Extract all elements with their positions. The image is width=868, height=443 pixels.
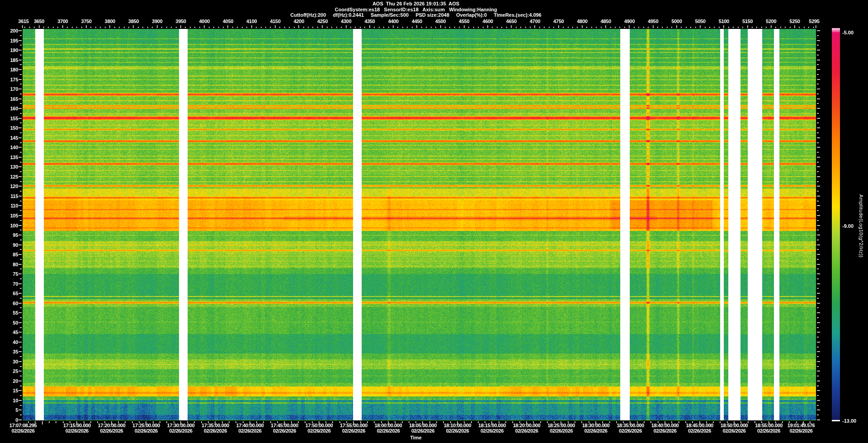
time-tick-label: 18:40:00.00002/26/2026 (651, 423, 679, 434)
header-sensor-params: CoordSystem:es18 SensorID:es18 Axis:sum … (0, 7, 832, 12)
freq-tick-label: 20 (0, 378, 18, 384)
time-tick-time: 17:45:00.000 (271, 423, 298, 428)
time-tick-date: 02/26/2026 (788, 428, 815, 434)
time-tick-label: 18:20:00.00002/26/2026 (513, 423, 541, 434)
freq-tick-label: 165 (0, 96, 18, 102)
freq-tick-label: 65 (0, 291, 18, 296)
top-axis-tick-label: 4100 (246, 19, 257, 24)
top-axis-tick-label: 4500 (435, 19, 446, 24)
time-tick-date: 02/26/2026 (513, 428, 541, 434)
time-tick-date: 02/26/2026 (651, 428, 679, 434)
time-tick-date: 02/26/2026 (340, 428, 368, 434)
freq-tick-label: 95 (0, 232, 18, 238)
time-tick-time: 17:25:00.000 (132, 423, 160, 428)
top-axis-tick-label: 3900 (152, 19, 162, 24)
top-axis-tick-label: 3700 (57, 19, 68, 24)
freq-tick-label: 15 (0, 388, 18, 393)
time-tick-label: 18:35:00.00002/26/2026 (617, 423, 644, 434)
freq-tick-label: 105 (0, 213, 18, 218)
time-tick-date: 02/26/2026 (236, 428, 264, 434)
time-tick-date: 02/26/2026 (63, 428, 91, 434)
freq-tick-label: 155 (0, 116, 18, 121)
top-axis-tick-label: 4650 (506, 19, 517, 24)
freq-tick-label: 70 (0, 281, 18, 287)
freq-tick-label: 185 (0, 57, 18, 63)
time-tick-label: 18:10:00.00002/26/2026 (444, 423, 472, 434)
freq-tick-label: 5 (0, 407, 18, 413)
top-axis-tick-label: 5200 (766, 19, 776, 24)
top-axis-tick-label: 3800 (105, 19, 115, 24)
time-tick-time: 17:40:00.000 (236, 423, 264, 428)
time-tick-label: 17:07:08.29502/26/2026 (9, 423, 37, 434)
freq-tick-label: 180 (0, 67, 18, 72)
freq-tick-label: 140 (0, 145, 18, 150)
top-axis-tick-label: 3650 (34, 19, 44, 24)
header-title: AOS Thu 26 Feb 2026 19:01:35 AOS (0, 1, 832, 6)
top-axis-tick-label: 3750 (81, 19, 91, 24)
time-tick-date: 02/26/2026 (98, 428, 125, 434)
time-tick-time: 17:35:00.000 (202, 423, 229, 428)
top-axis-tick-label: 4150 (270, 19, 280, 24)
freq-tick-label: 115 (0, 193, 18, 199)
time-tick-label: 18:50:00.00002/26/2026 (721, 423, 748, 434)
top-axis-tick-label: 4000 (199, 19, 210, 24)
time-tick-time: 19:01:49.576 (788, 423, 815, 428)
time-tick-label: 18:15:00.00002/26/2026 (478, 423, 506, 434)
time-tick-label: 18:25:00.00002/26/2026 (547, 423, 575, 434)
top-axis-tick-label: 4350 (364, 19, 375, 24)
time-tick-label: 17:30:00.00002/26/2026 (167, 423, 195, 434)
colorbar-tick-label: -5.00 (842, 30, 854, 35)
time-tick-label: 17:40:00.00002/26/2026 (236, 423, 264, 434)
time-tick-label: 19:01:49.57602/26/2026 (788, 423, 815, 434)
top-axis-tick-label: 4300 (341, 19, 351, 24)
freq-tick-label: 35 (0, 349, 18, 354)
top-axis-tick-label: 4800 (577, 19, 587, 24)
freq-tick-label: 75 (0, 271, 18, 277)
freq-tick-label: 40 (0, 339, 18, 345)
time-tick-label: 17:55:00.00002/26/2026 (340, 423, 368, 434)
top-axis-tick-label: 3950 (175, 19, 186, 24)
freq-tick-label: 120 (0, 184, 18, 189)
freq-tick-label: 150 (0, 125, 18, 131)
top-axis-tick-label: 5050 (695, 19, 705, 24)
time-tick-time: 17:20:00.000 (98, 423, 125, 428)
time-tick-date: 02/26/2026 (132, 428, 160, 434)
top-axis-tick-label: 4050 (223, 19, 233, 24)
time-tick-time: 18:15:00.000 (478, 423, 506, 428)
spectrogram-canvas[interactable] (0, 0, 868, 443)
colorbar-tick-label: -13.00 (842, 418, 856, 424)
time-tick-date: 02/26/2026 (444, 428, 472, 434)
time-tick-date: 02/26/2026 (9, 428, 37, 434)
freq-tick-label: 190 (0, 47, 18, 53)
top-axis-tick-label: 4450 (412, 19, 422, 24)
time-tick-time: 17:30:00.000 (167, 423, 195, 428)
time-tick-time: 18:45:00.000 (686, 423, 713, 428)
top-axis-tick-label: 4600 (482, 19, 493, 24)
freq-tick-label: 85 (0, 252, 18, 257)
time-tick-date: 02/26/2026 (167, 428, 195, 434)
time-tick-time: 18:10:00.000 (444, 423, 472, 428)
time-tick-time: 17:15:00.000 (63, 423, 91, 428)
top-axis-tick-label: 4950 (648, 19, 658, 24)
freq-tick-label: 10 (0, 398, 18, 403)
freq-tick-label: 110 (0, 203, 18, 208)
top-axis-tick-label: 4200 (293, 19, 304, 24)
freq-tick-label: 45 (0, 330, 18, 335)
time-tick-label: 18:00:00.00002/26/2026 (375, 423, 402, 434)
freq-tick-label: 25 (0, 368, 18, 374)
time-tick-label: 17:15:00.00002/26/2026 (63, 423, 91, 434)
freq-tick-label: 100 (0, 223, 18, 228)
top-axis-tick-label: 5100 (719, 19, 729, 24)
time-tick-date: 02/26/2026 (755, 428, 783, 434)
top-axis-tick-label: 4400 (388, 19, 398, 24)
top-axis-tick-label: 4550 (459, 19, 469, 24)
time-tick-time: 18:20:00.000 (513, 423, 541, 428)
time-tick-date: 02/26/2026 (547, 428, 575, 434)
top-axis-tick-label: 4750 (553, 19, 564, 24)
time-tick-time: 18:30:00.000 (582, 423, 610, 428)
time-axis-title: Time (0, 435, 832, 440)
time-tick-time: 18:55:00.000 (755, 423, 783, 428)
top-axis-tick-label: 3615 (18, 19, 28, 24)
app-window: AOS Thu 26 Feb 2026 19:01:35 AOS CoordSy… (0, 0, 868, 443)
freq-tick-label: 80 (0, 262, 18, 267)
